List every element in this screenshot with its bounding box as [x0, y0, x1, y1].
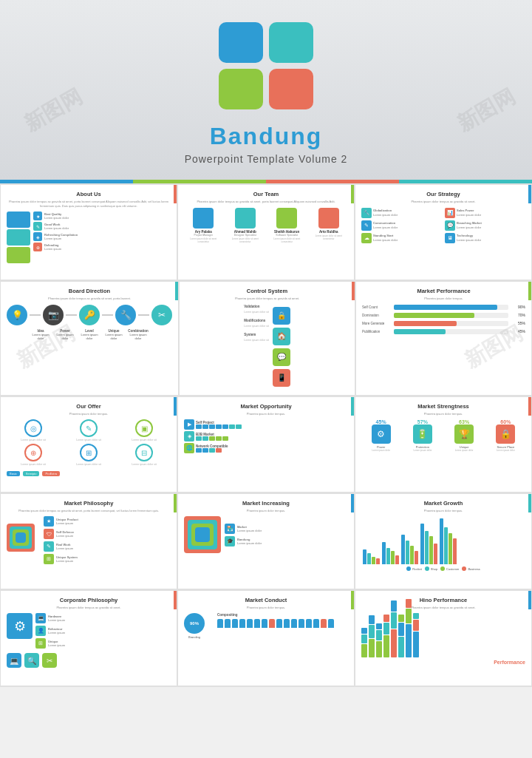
- logo-grid: [219, 22, 313, 109]
- offer-btn-semi[interactable]: Semipto: [23, 471, 40, 476]
- strength-pct-1: 45%: [361, 419, 400, 424]
- inc-text-1: MarketLorem ipsum dolor: [237, 525, 262, 532]
- mo-row-1: ▶ Self Project: [184, 419, 348, 430]
- mo-bar-unit-4: [216, 424, 222, 429]
- board-icon-power: 📷: [43, 305, 64, 325]
- about-img-2: [7, 229, 30, 246]
- growth-legend: Rocket Shop Customer Business: [361, 566, 525, 571]
- hb-2-2: [369, 625, 375, 638]
- team-row: Ary Palaka Project Manager Lorem ipsum d…: [184, 208, 348, 243]
- hb-5-1: [391, 600, 397, 612]
- board-label-1: Idea Lorem ipsum dolor: [30, 329, 52, 340]
- strategy-icon-4: 📊: [445, 208, 455, 218]
- team-role-2: Designer Specialist: [226, 234, 265, 237]
- board-labels: Idea Lorem ipsum dolor Power Lorem ipsum…: [7, 329, 172, 340]
- corp-item-3: ⊞ UniqueLorem ipsum: [35, 638, 171, 649]
- our-team-title: Our Team: [184, 191, 348, 197]
- accent-blue: [0, 180, 133, 183]
- mo-bar-2-4: [216, 436, 222, 441]
- conduct-metrics: 90% Branding: [184, 613, 214, 639]
- market-philosophy-title: Market Philosophy: [7, 500, 171, 507]
- market-perf-bars: Self Count 90% Domination 70% More Gener…: [362, 305, 525, 334]
- offer-item-6: ⊟ Lorem ipsum dolor sit: [117, 444, 171, 466]
- slide-market-philosophy: Market Philosophy Pharetra ipsum dolor t…: [0, 493, 177, 589]
- slide-our-strategy: Our Strategy Pharetra ipsum dolor tempus…: [355, 184, 532, 280]
- offer-item-3: ▣ Lorem ipsum dolor sit: [117, 419, 171, 441]
- corp-item-1: 💻 HardwareLorem ipsum: [35, 613, 171, 623]
- person-16: [328, 619, 334, 628]
- slide-market-growth: Market Growth Pharetra ipsum dolor tempu…: [355, 493, 532, 589]
- strategy-icon-5: 💬: [445, 220, 455, 231]
- corporate-philosophy-body: Pharetra ipsum dolor tempus ac gravida s…: [7, 606, 171, 610]
- corp-extra-icons: 💻 🔍 ✂: [7, 653, 171, 668]
- strength-item-2: 57% 🔋 Protection Lorem ipsum dolor: [403, 419, 442, 452]
- hino-group-5: [391, 600, 397, 657]
- hb-3-2: [376, 630, 382, 640]
- team-desc-4: Lorem ipsum dolor sit amet consectetur: [310, 234, 349, 240]
- about-icon-3: ◈: [33, 232, 42, 241]
- market-opportunity-body: Pharetra ipsum dolor tempus.: [184, 412, 348, 416]
- about-item-1: ★ Best QualityLorem ipsum dolor: [33, 212, 171, 220]
- offer-btn-pro[interactable]: ProExtra: [42, 471, 60, 476]
- philosophy-squares: [7, 524, 40, 557]
- offer-item-5: ⊞ Lorem ipsum dolor sit: [62, 444, 115, 466]
- hb-4-3: [383, 635, 389, 657]
- offer-btn-basic[interactable]: Basic: [7, 471, 20, 476]
- conduct-people-grid: [217, 619, 348, 628]
- hb-8-1: [413, 613, 419, 619]
- hino-group-8: [413, 613, 419, 657]
- board-label-text-3: Lorem ipsum dolor: [78, 333, 100, 340]
- hb-5-3: [391, 629, 397, 657]
- person-3: [232, 619, 238, 628]
- our-offer-body: Pharetra ipsum dolor tempus.: [7, 412, 171, 416]
- board-direction-body: Pharetra ipsum dolor tempus ac gravida s…: [7, 297, 172, 301]
- corp-item-2: 👤 BehaviourLorem ipsum: [35, 626, 171, 636]
- philosophy-list: ★ Unique ProductLorem ipsum 🛡 Self Defen…: [44, 516, 171, 564]
- phil-item-3: ✎ Real WorkLorem ipsum: [44, 541, 171, 552]
- offer-item-2: ✎ Lorem ipsum dolor sit: [62, 419, 115, 441]
- control-system-body: Pharetra ipsum dolor tempus ac gravida s…: [185, 297, 349, 301]
- slide-accent-strengths: [528, 397, 531, 416]
- ctrl-icon-4: 📱: [273, 369, 290, 387]
- offer-icon-6: ⊟: [135, 444, 153, 461]
- hero-subtitle: Powerpoint Template Volume 2: [0, 153, 532, 165]
- team-desc-2: Lorem ipsum dolor sit amet consectetur: [226, 237, 265, 243]
- slide-market-performance: Market Performance Pharetra ipsum dolor …: [355, 281, 532, 396]
- accent-teal: [399, 180, 532, 183]
- mo-row-3: 🌐 Network Compatible: [184, 443, 348, 453]
- strength-item-4: 60% 🔒 Secure Place Lorem ipsum dolor: [486, 419, 525, 452]
- hino-group-3: [376, 623, 382, 657]
- gc-bar-2-4: [395, 555, 399, 564]
- about-item-2: ✎ Good WorkLorem ipsum dolor: [33, 222, 171, 231]
- control-desc-1: Lorem ipsum dolor sit: [244, 311, 268, 314]
- market-increasing-title: Market Increasing: [184, 500, 348, 507]
- gc-group-5: [440, 518, 457, 564]
- mp-bar-container-1: [394, 305, 508, 310]
- mp-pct-1: 90%: [511, 305, 525, 309]
- slide-accent-control: [352, 282, 355, 300]
- phil-item-4: ⊞ Unique SystemLorem ipsum: [44, 554, 171, 564]
- gc-bar-2-2: [386, 548, 390, 564]
- hino-group-6: [398, 615, 404, 657]
- team-photo-2: [235, 208, 256, 229]
- gc-bar-2-1: [382, 542, 386, 564]
- market-performance-title: Market Performance: [362, 288, 525, 294]
- mo-bar-3-1: [196, 448, 202, 453]
- slide-our-offer: Our Offer Pharetra ipsum dolor tempus. ◎…: [0, 396, 177, 493]
- control-list: Validation Lorem ipsum dolor sit Modific…: [244, 305, 268, 389]
- conduct-left: 90% Branding: [184, 613, 214, 642]
- market-growth-body: Pharetra ipsum dolor tempus.: [361, 509, 525, 513]
- mo-bar-2-1: [196, 436, 202, 441]
- strategy-item-5: 💬 Branching MarketLorem ipsum dolor: [445, 220, 525, 231]
- hino-group-7: [406, 599, 412, 657]
- strength-desc-2: Lorem ipsum dolor: [403, 449, 442, 452]
- gl-dot-2: [425, 566, 429, 571]
- hb-8-3: [413, 632, 419, 657]
- mp-item-1: Self Count 90%: [362, 305, 525, 310]
- slide-hino-performance: Hino Performance Pharetra ipsum dolor te…: [355, 590, 532, 686]
- about-img-3: [7, 247, 30, 263]
- person-6: [254, 619, 260, 628]
- person-13: [306, 619, 312, 628]
- team-name-4: Arto Ruldha: [310, 230, 349, 234]
- hb-5-2: [391, 612, 397, 629]
